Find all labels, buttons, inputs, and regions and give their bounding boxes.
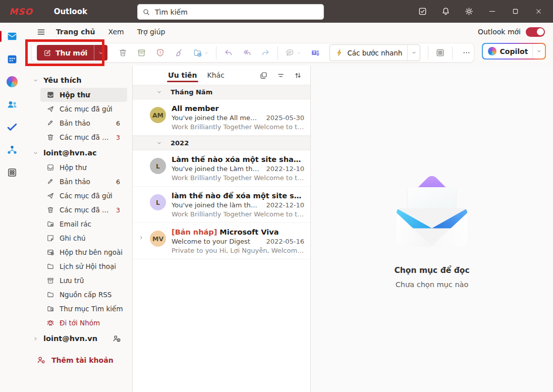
tasks-button[interactable]: [411, 0, 434, 23]
trash-icon: [46, 133, 54, 141]
new-outlook-toggle[interactable]: [526, 27, 545, 37]
sidebar-item[interactable]: Hộp thư bên ngoài: [40, 245, 127, 259]
chevron-right-icon: [32, 335, 39, 342]
sidebar-item[interactable]: Ghi chú: [40, 231, 127, 245]
chevron-down-icon: [296, 50, 302, 56]
rail-org-button[interactable]: [0, 142, 24, 157]
teams-share-button[interactable]: T: [306, 45, 324, 61]
rail-apps-button[interactable]: [0, 165, 24, 180]
new-mail-dropdown[interactable]: [94, 45, 107, 61]
rail-people-button[interactable]: [0, 97, 24, 112]
more-options-button[interactable]: [455, 45, 477, 61]
folder-move-icon: [193, 48, 202, 58]
message-group-header[interactable]: 2022: [133, 136, 310, 150]
rail-mail-button[interactable]: [0, 29, 24, 44]
sidebar-item[interactable]: Bản thảo6: [40, 116, 127, 130]
message-row[interactable]: LLàm thế nào xóa một site sharepointYou'…: [133, 150, 310, 187]
sidebar-item[interactable]: Các mục đã Xóa3: [40, 203, 127, 217]
sidebar-item[interactable]: Các mục đã Xóa3: [40, 130, 127, 144]
sidebar-item[interactable]: Đi tới Nhóm: [40, 316, 127, 330]
avatar: L: [150, 194, 166, 210]
maximize-button[interactable]: [504, 0, 527, 23]
copilot-button[interactable]: Copilot: [483, 44, 545, 59]
mso-logo: MSO: [9, 7, 33, 17]
move-to-button[interactable]: [188, 45, 213, 61]
sidebar-item[interactable]: Lưu trữ: [40, 273, 127, 288]
new-mail-split-button[interactable]: Thư mới: [37, 45, 107, 61]
chat-icon: [285, 48, 295, 58]
copilot-logo-icon: [488, 47, 496, 55]
reading-pane-button[interactable]: [431, 45, 450, 61]
minimize-button[interactable]: [480, 0, 504, 23]
settings-button[interactable]: [457, 0, 480, 23]
app-rail: [0, 23, 24, 392]
chevron-down-icon: [156, 89, 162, 95]
sidebar-section-header[interactable]: loint@hvn.vn: [24, 331, 132, 346]
sidebar-item[interactable]: Thư mục Tìm kiếm: [40, 302, 127, 316]
sidebar-item[interactable]: Hộp thư: [40, 160, 127, 175]
reply-button[interactable]: [219, 45, 238, 61]
bell-icon: [441, 7, 451, 16]
chat-button[interactable]: [281, 45, 306, 61]
search-box[interactable]: [137, 4, 324, 20]
quick-steps-button[interactable]: Các bước nhanh: [329, 44, 420, 61]
sidebar-item[interactable]: Các mục đã gửi: [40, 102, 127, 116]
message-list-tab-focused[interactable]: Ưu tiên: [168, 66, 197, 85]
archive-button[interactable]: [132, 45, 151, 61]
filter-button[interactable]: [274, 69, 287, 82]
reply-all-button[interactable]: [238, 45, 256, 61]
sidebar-item[interactable]: Lịch sử Hội thoại: [40, 259, 127, 273]
folder-label: Hộp thư bên ngoài: [60, 248, 123, 256]
calendar-app-icon: [6, 53, 18, 65]
sidebar-item[interactable]: Các mục đã gửi: [40, 189, 127, 203]
menu-tab-xem[interactable]: Xem: [101, 23, 130, 41]
message-sender: [Bản nháp] Microsoft Viva: [172, 228, 304, 236]
section-label: loint@hvn.vn: [43, 334, 97, 343]
folder-icon: [46, 262, 54, 270]
empty-state-subtitle: Chưa chọn mục nào: [396, 281, 469, 289]
section-label: loint@hvn.ac: [43, 149, 97, 157]
menu-tab-trang-chủ[interactable]: Trang chủ: [49, 23, 101, 41]
sidebar-item[interactable]: Hộp thư: [40, 88, 127, 102]
message-row[interactable]: MV[Bản nháp] Microsoft VivaWelcome to yo…: [133, 223, 310, 259]
sidebar-item[interactable]: Email rác: [40, 217, 127, 231]
report-button[interactable]: [151, 45, 170, 61]
message-group-header[interactable]: Tháng Năm: [133, 85, 310, 99]
folder-label: Bản thảo: [60, 119, 90, 127]
people-app-icon: [6, 98, 18, 110]
new-mail-button[interactable]: Thư mới: [37, 45, 94, 61]
sidebar-section-header[interactable]: loint@hvn.ac: [24, 145, 132, 160]
sort-button[interactable]: [291, 69, 304, 82]
forward-button[interactable]: [256, 45, 275, 61]
rail-copilot-button[interactable]: [0, 74, 24, 89]
message-row[interactable]: Llàm thế nào để xóa một site sharepo...Y…: [133, 187, 310, 223]
close-button[interactable]: [527, 0, 550, 23]
sidebar-item[interactable]: Nguồn cấp RSS: [40, 288, 127, 302]
message-row[interactable]: AMAll memberYou've joined the All memb..…: [133, 99, 310, 136]
rail-calendar-button[interactable]: [0, 51, 24, 67]
folder-icon: [46, 291, 54, 299]
unread-count: 6: [116, 120, 127, 127]
person-info-icon[interactable]: [112, 334, 121, 343]
delete-button[interactable]: [114, 45, 132, 61]
chevron-down-icon: [32, 150, 39, 156]
message-list-tabs: Ưu tiênKhác: [133, 66, 310, 85]
notifications-button[interactable]: [434, 0, 457, 23]
sidebar-section-header[interactable]: Yêu thích: [24, 73, 132, 88]
menu-tab-trợ-giúp[interactable]: Trợ giúp: [131, 23, 172, 41]
expand-conversation-chevron-icon[interactable]: [138, 235, 144, 254]
quick-steps-dropdown[interactable]: [408, 45, 420, 61]
select-messages-button[interactable]: [257, 69, 270, 82]
message-list-tab-other[interactable]: Khác: [207, 66, 225, 85]
hamburger-button[interactable]: [32, 24, 49, 39]
add-account-button[interactable]: Thêm tài khoản: [36, 355, 132, 365]
copilot-dropdown[interactable]: [533, 44, 545, 59]
tasks-icon: [418, 7, 427, 16]
sweep-button[interactable]: [170, 45, 188, 61]
trash-icon: [46, 206, 54, 214]
search-input[interactable]: [154, 8, 319, 17]
sidebar-item[interactable]: Bản thảo6: [40, 175, 127, 189]
message-date: 2022-12-10: [266, 165, 304, 173]
rail-todo-button[interactable]: [0, 120, 24, 135]
grid-icon: [435, 48, 445, 58]
